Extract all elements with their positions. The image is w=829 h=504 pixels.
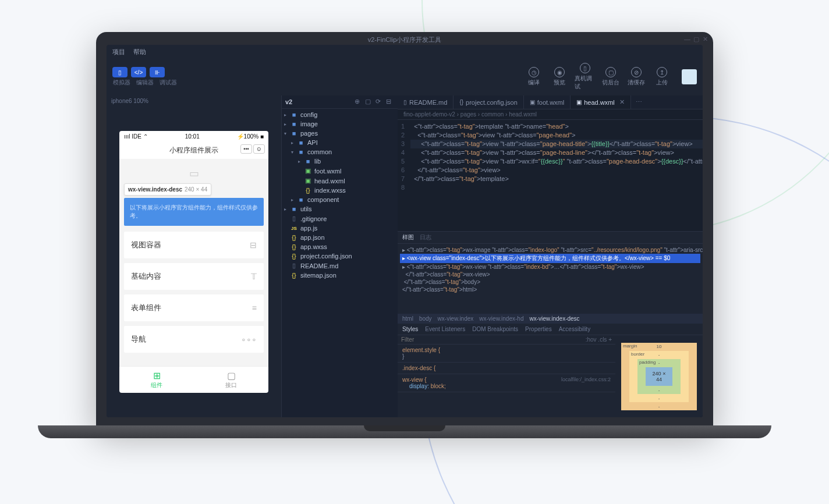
ide-window: v2-FinClip小程序开发工具 — ▢ ✕ 项目 帮助 ▯ </> ⊪ [107, 45, 703, 417]
tree-node[interactable]: JSapp.js [282, 223, 398, 233]
new-folder-icon[interactable]: ▢ [365, 98, 373, 106]
tree-node[interactable]: ▸■utils [282, 204, 398, 214]
code-line[interactable]: </"t-attr">class="t-tag">view> [410, 166, 703, 175]
app-title: 小程序组件展示 [169, 146, 218, 154]
tree-node[interactable]: ▾■pages [282, 129, 398, 138]
style-tab[interactable]: Event Listeners [425, 326, 465, 332]
code-line[interactable]: <"t-attr">class="t-tag">view "t-attr">cl… [410, 131, 703, 140]
code-line[interactable]: </"t-attr">class="t-tag">template> [410, 175, 703, 183]
tree-node[interactable]: {}app.json [282, 233, 398, 242]
style-tab[interactable]: Accessibility [559, 326, 590, 332]
list-item[interactable]: 表单组件≡ [124, 294, 264, 321]
new-file-icon[interactable]: ⊕ [355, 98, 363, 106]
tree-node[interactable]: ▯README.md [282, 261, 398, 271]
inspect-tooltip: wx-view.index-desc240 × 44 [124, 183, 211, 196]
debugger-toggle[interactable]: ⊪ [150, 67, 165, 77]
clear-cache-button[interactable]: ⊘清缓存 [626, 67, 647, 87]
menubar: 项目 帮助 [107, 45, 703, 59]
more-tabs-icon[interactable]: ⋯ [631, 95, 647, 109]
style-tab[interactable]: Styles [402, 326, 418, 332]
refresh-icon[interactable]: ⟳ [375, 98, 384, 106]
more-icon[interactable]: ••• [240, 144, 252, 154]
menu-project[interactable]: 项目 [112, 48, 125, 56]
dom-node[interactable]: </"t-attr">class="t-tag">body> [400, 278, 700, 286]
style-tab[interactable]: DOM Breakpoints [472, 326, 518, 332]
file-explorer: v2 ⊕ ▢ ⟳ ⊟ ▸■config▸■image▾■pages▸■API▾■… [281, 95, 398, 417]
code-line[interactable] [410, 183, 703, 192]
window-title: v2-FinClip小程序开发工具 [107, 45, 703, 45]
battery-label: ⚡100% ■ [237, 133, 264, 140]
tree-node[interactable]: {}sitemap.json [282, 271, 398, 280]
style-filter-options[interactable]: :hov .cls + [586, 336, 612, 343]
preview-button[interactable]: ◉预览 [549, 67, 570, 87]
tree-node[interactable]: ▸■image [282, 119, 398, 129]
menu-help[interactable]: 帮助 [133, 48, 146, 56]
collapse-icon[interactable]: ⊟ [386, 98, 394, 106]
tree-node[interactable]: {}project.config.json [282, 251, 398, 261]
code-line[interactable]: <"t-attr">class="t-tag">template "t-attr… [410, 122, 703, 131]
carrier-label: ıııl IDE ⌃ [124, 133, 148, 140]
editor-tab[interactable]: {}project.config.json [454, 95, 523, 109]
devtools-panel: 样图 日志 ▸ <"t-attr">class="t-tag">wx-image… [398, 231, 703, 417]
tree-node[interactable]: {}app.wxss [282, 242, 398, 251]
dom-crumb-item[interactable]: body [419, 315, 432, 322]
css-rule[interactable]: wx-view {localfile:/_index.css:2display:… [398, 374, 615, 392]
editor-panel: ▯README.md{}project.config.json▣foot.wxm… [398, 95, 703, 417]
user-avatar[interactable] [682, 69, 697, 84]
dom-node[interactable]: ▸ <"t-attr">class="t-tag">wx-image "t-at… [400, 246, 700, 254]
breadcrumb[interactable]: fino-applet-demo-v2 › pages › common › h… [398, 109, 703, 120]
phone-tab[interactable]: ▢接口 [194, 367, 268, 393]
dom-node[interactable]: </"t-attr">class="t-tag">wx-view> [400, 271, 700, 278]
toolbar: ▯ </> ⊪ 模拟器 编辑器 调试器 ◷编译 ◉预览 ▯真机调试 ▢切后台 ⊘… [107, 59, 703, 95]
css-rule[interactable]: element.style {} [398, 345, 615, 363]
background-button[interactable]: ▢切后台 [600, 67, 621, 87]
device-status: iphone6 100% [107, 95, 281, 107]
editor-tab[interactable]: ▣foot.wxml [524, 95, 571, 109]
code-line[interactable]: <"t-attr">class="t-tag">view "t-attr">cl… [410, 140, 703, 148]
dom-crumb-item[interactable]: wx-view.index-desc [529, 315, 579, 322]
compile-button[interactable]: ◷编译 [523, 67, 544, 87]
simulator-toggle[interactable]: ▯ [112, 67, 127, 77]
close-app-icon[interactable]: ⊙ [253, 144, 265, 154]
tree-node[interactable]: {}index.wxss [282, 186, 398, 195]
code-line[interactable]: <"t-attr">class="t-tag">view "t-attr">wx… [410, 157, 703, 166]
code-line[interactable]: <"t-attr">class="t-tag">view "t-attr">cl… [410, 148, 703, 157]
box-model: margin 10 border - padding - [615, 335, 703, 417]
simulator-panel: iphone6 100% ıııl IDE ⌃ 10:01 ⚡100% ■ 小程… [107, 95, 281, 417]
dom-node[interactable]: ▸ <wx-view class="index-desc">以下将展示小程序官方… [400, 254, 700, 263]
phone-tab[interactable]: ⊞组件 [119, 367, 194, 393]
tree-node[interactable]: ▸■lib [282, 157, 398, 166]
phone-simulator[interactable]: ıııl IDE ⌃ 10:01 ⚡100% ■ 小程序组件展示 ••• ⊙ [119, 131, 268, 393]
dom-crumb-item[interactable]: html [402, 315, 413, 322]
tree-node[interactable]: ▣head.wxml [282, 176, 398, 186]
dom-crumb-item[interactable]: wx-view.index [438, 315, 474, 322]
devtools-tab-elements[interactable]: 样图 [402, 233, 414, 242]
tree-node[interactable]: ▣foot.wxml [282, 166, 398, 176]
devtools-tab-console[interactable]: 日志 [420, 233, 431, 242]
editor-toggle[interactable]: </> [131, 67, 146, 77]
dom-node[interactable]: </"t-attr">class="t-tag">html> [400, 286, 700, 293]
tree-node[interactable]: ▯.gitignore [282, 214, 398, 223]
laptop-frame: v2-FinClip小程序开发工具 — ▢ ✕ 项目 帮助 ▯ </> ⊪ [96, 32, 713, 438]
tree-node[interactable]: ▸■component [282, 195, 398, 204]
style-tab[interactable]: Properties [525, 326, 552, 332]
project-root[interactable]: v2 [285, 98, 352, 105]
css-rule[interactable]: .index-desc {</span><div class="prop">ma… [398, 363, 615, 374]
editor-tab[interactable]: ▣head.wxml✕ [571, 95, 631, 109]
list-item[interactable]: 基础内容𝕋 [124, 263, 264, 290]
dom-node[interactable]: ▸ <"t-attr">class="t-tag">wx-view "t-att… [400, 263, 700, 271]
style-filter-input[interactable] [401, 336, 586, 343]
list-item[interactable]: 视图容器⊟ [124, 232, 264, 258]
tree-node[interactable]: ▸■API [282, 138, 398, 147]
dom-crumb-item[interactable]: wx-view.index-hd [479, 315, 523, 322]
time-label: 10:01 [185, 133, 200, 140]
remote-debug-button[interactable]: ▯真机调试 [575, 63, 596, 91]
editor-tab[interactable]: ▯README.md [398, 95, 454, 109]
highlighted-element[interactable]: 以下将展示小程序官方组件能力，组件样式仅供参考。 [124, 198, 264, 226]
list-item[interactable]: 导航∘∘∘ [124, 326, 264, 353]
upload-button[interactable]: ↥上传 [651, 67, 672, 87]
tree-node[interactable]: ▸■config [282, 110, 398, 119]
tree-node[interactable]: ▾■common [282, 147, 398, 157]
